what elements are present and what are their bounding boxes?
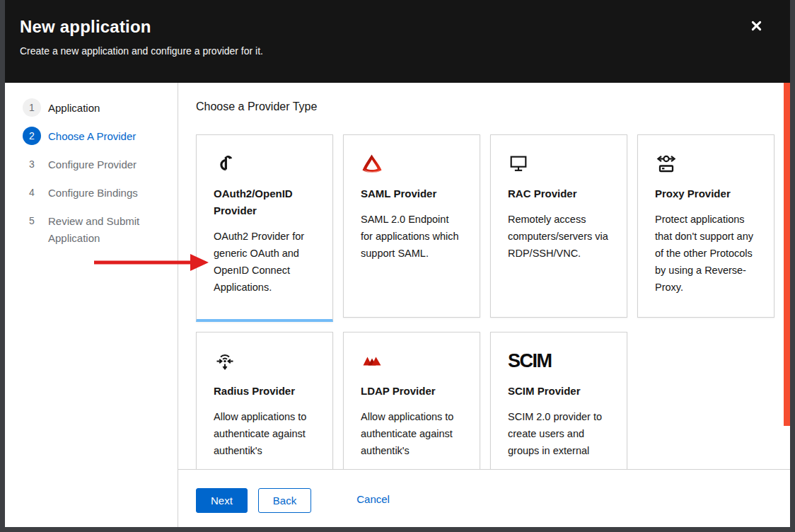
modal-header: New application Create a new application… — [5, 0, 790, 83]
wizard-steps-nav: 1 Application 2 Choose A Provider 3 Conf… — [5, 83, 178, 527]
close-icon — [751, 21, 762, 33]
modal-title: New application — [20, 17, 790, 37]
provider-card-description: SCIM 2.0 provider to create users and gr… — [508, 408, 610, 459]
wizard-step[interactable]: 5 Review and Submit Application — [23, 212, 170, 247]
modal-body: 1 Application 2 Choose A Provider 3 Conf… — [5, 83, 790, 527]
provider-card-title: SCIM Provider — [508, 383, 610, 400]
provider-card-title: OAuth2/OpenID Provider — [214, 185, 315, 219]
proxy-icon — [655, 153, 757, 175]
provider-card-description: Remotely access computers/servers via RD… — [508, 211, 610, 262]
provider-card-description: OAuth2 Provider for generic OAuth and Op… — [214, 228, 315, 296]
provider-card-oauth2[interactable]: OAuth2/OpenID Provider OAuth2 Provider f… — [196, 134, 333, 322]
next-button[interactable]: Next — [196, 488, 248, 513]
provider-card-description: Protect applications that don't support … — [655, 211, 757, 296]
step-number: 2 — [23, 127, 41, 145]
step-label: Configure Bindings — [48, 183, 138, 202]
red-scrollbar-thumb[interactable] — [784, 83, 790, 426]
new-application-modal: New application Create a new application… — [5, 0, 790, 527]
step-number: 3 — [23, 155, 41, 173]
provider-card-description: SAML 2.0 Endpoint for applications which… — [361, 211, 463, 262]
back-button[interactable]: Back — [258, 488, 311, 513]
modal-subtitle: Create a new application and configure a… — [20, 45, 790, 57]
wizard-footer: Next Back Cancel — [178, 469, 790, 527]
step-label: Choose A Provider — [48, 127, 136, 145]
step-label: Application — [48, 98, 100, 117]
provider-card-radius[interactable]: Radius Provider Allow applications to au… — [196, 332, 333, 469]
provider-card-title: SAML Provider — [361, 185, 463, 202]
cancel-button[interactable]: Cancel — [356, 488, 390, 510]
provider-card-saml[interactable]: SAML Provider SAML 2.0 Endpoint for appl… — [343, 134, 480, 318]
wizard-step[interactable]: 3 Configure Provider — [23, 155, 170, 173]
provider-card-title: Proxy Provider — [655, 185, 757, 202]
close-button[interactable] — [749, 20, 763, 34]
step-number: 5 — [23, 212, 41, 230]
ldap-icon — [361, 350, 463, 373]
saml-icon — [361, 153, 463, 175]
provider-card-description: Allow applications to authenticate again… — [214, 408, 315, 459]
wizard-step[interactable]: 2 Choose A Provider — [23, 127, 170, 145]
content-heading: Choose a Provider Type — [196, 100, 775, 114]
step-number: 1 — [23, 98, 41, 117]
openid-icon — [214, 153, 315, 175]
provider-card-title: RAC Provider — [508, 185, 610, 202]
scim-logo: SCIM — [508, 350, 610, 373]
provider-scroll-area: Choose a Provider Type OAuth2/OpenID Pro… — [178, 83, 790, 469]
provider-card-rac[interactable]: RAC Provider Remotely access computers/s… — [490, 134, 627, 318]
step-number: 4 — [23, 183, 41, 202]
provider-card-proxy[interactable]: Proxy Provider Protect applications that… — [637, 134, 774, 318]
provider-card-ldap[interactable]: LDAP Provider Allow applications to auth… — [343, 332, 480, 469]
provider-card-title: Radius Provider — [214, 383, 315, 400]
main-panel: Choose a Provider Type OAuth2/OpenID Pro… — [178, 83, 790, 527]
radius-icon — [214, 350, 315, 373]
provider-card-grid: OAuth2/OpenID Provider OAuth2 Provider f… — [196, 134, 775, 469]
step-label: Review and Submit Application — [48, 212, 165, 247]
provider-card-description: Allow applications to authenticate again… — [361, 408, 463, 459]
provider-card-scim[interactable]: SCIM SCIM Provider SCIM 2.0 provider to … — [490, 332, 627, 469]
wizard-step[interactable]: 1 Application — [23, 98, 170, 117]
step-label: Configure Provider — [48, 155, 137, 173]
provider-card-title: LDAP Provider — [361, 383, 463, 400]
wizard-step[interactable]: 4 Configure Bindings — [23, 183, 170, 202]
monitor-icon — [508, 153, 610, 175]
